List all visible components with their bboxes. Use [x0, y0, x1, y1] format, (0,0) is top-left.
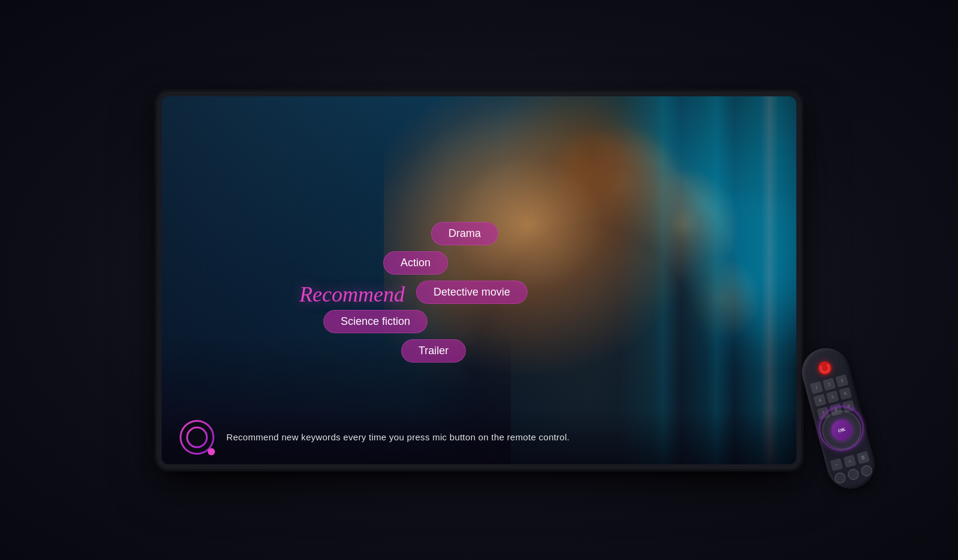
remote-btn-5[interactable]: 5 [826, 391, 839, 404]
remote-btn-round-1[interactable] [833, 471, 847, 485]
tv-frame: Recommend Drama Action Detective movie S… [162, 96, 796, 464]
remote-btn-3[interactable]: 3 [835, 375, 848, 388]
mic-inner-ring [186, 427, 208, 448]
remote-bottom-buttons: ← ⌂ ☰ [830, 451, 873, 485]
remote-btn-2[interactable]: 2 [823, 378, 836, 391]
bottom-info-bar: Recommend new keywords every time you pr… [162, 410, 796, 464]
keyword-bubble-trailer[interactable]: Trailer [401, 339, 466, 363]
keyword-row-detective: Detective movie [323, 281, 623, 304]
remote-btn-home[interactable]: ⌂ [843, 455, 856, 468]
keyword-row-trailer: Trailer [323, 339, 623, 363]
keyword-bubble-drama[interactable]: Drama [431, 222, 498, 245]
keyword-row-action: Action [323, 251, 623, 275]
tv-screen: Recommend Drama Action Detective movie S… [162, 96, 796, 464]
remote-btn-menu[interactable]: ☰ [857, 451, 870, 464]
power-button[interactable] [817, 360, 833, 376]
neon-bars [619, 96, 796, 464]
remote-btn-6[interactable]: 6 [839, 387, 852, 400]
keyword-bubble-detective[interactable]: Detective movie [416, 281, 527, 304]
keywords-container: Drama Action Detective movie Science fic… [323, 222, 623, 369]
remote-btn-round-3[interactable] [860, 464, 873, 477]
keyword-row-drama: Drama [323, 222, 623, 245]
remote-btn-back[interactable]: ← [830, 458, 843, 471]
keyword-bubble-action[interactable]: Action [383, 251, 448, 275]
remote-btn-4[interactable]: 4 [813, 394, 826, 407]
remote-btn-1[interactable]: 1 [810, 381, 823, 394]
keyword-row-scifi: Science fiction [323, 310, 623, 333]
instruction-text: Recommend new keywords every time you pr… [226, 432, 569, 442]
mic-button-icon[interactable] [180, 420, 214, 455]
remote-btn-round-2[interactable] [847, 468, 860, 481]
keyword-bubble-scifi[interactable]: Science fiction [323, 310, 428, 333]
